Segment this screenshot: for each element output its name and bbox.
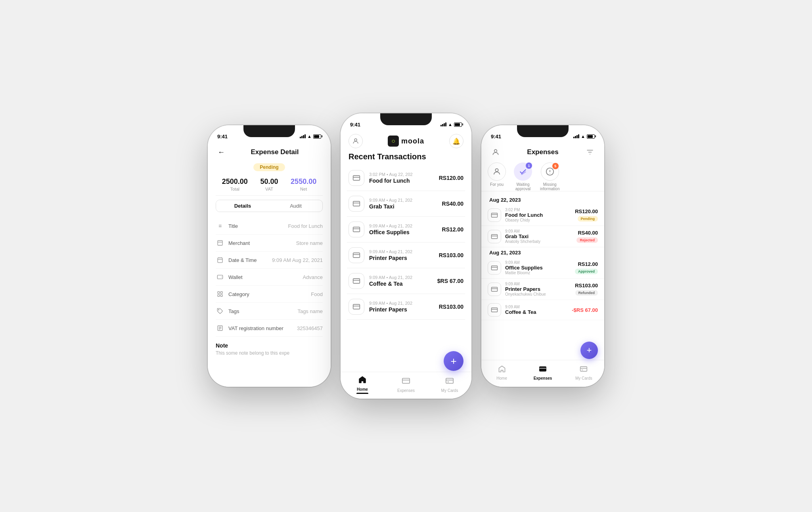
nav-mycards-center[interactable]: My Cards [428, 375, 471, 394]
nav-home-right[interactable]: Home [481, 363, 522, 382]
date-header-2: Aug 21, 2023 [481, 247, 604, 257]
note-label: Note [216, 342, 323, 349]
nav-expenses-center[interactable]: Expenses [384, 375, 428, 394]
add-transaction-button[interactable]: + [444, 351, 463, 371]
profile-icon-right[interactable] [489, 146, 502, 159]
expense-item-5[interactable]: 9:09 AM Coffee & Tea -$RS 67.00 [481, 300, 604, 320]
transaction-item-2[interactable]: 9:09 AM • Aug 21, 202 Grab Taxi RS40.00 [347, 191, 465, 217]
avatar-button[interactable] [349, 134, 363, 148]
battery-icon-center [454, 122, 462, 127]
expense-item-4[interactable]: 9:09 AM Printer Papers Onyekachukwu Chib… [481, 279, 604, 300]
expense-name-4: Printer Papers [505, 286, 571, 292]
left-screen-content: ← Expense Detail Pending 2500.00 Total 5… [208, 143, 331, 387]
transaction-item-6[interactable]: 9:09 AM • Aug 21, 202 Printer Papers RS1… [347, 294, 465, 320]
svg-rect-22 [492, 234, 498, 239]
tx-name-5: Coffee & Tea [369, 281, 433, 287]
title-value: Food for Lunch [288, 223, 323, 229]
tags-icon [216, 307, 224, 315]
nav-expenses-right[interactable]: Expenses [522, 363, 563, 382]
expense-item-3[interactable]: 9:09 AM Office Supplies Mattie Bloomz RS… [481, 257, 604, 279]
missing-label: Missinginformation [540, 182, 559, 191]
expense-info-2: 9:09 AM Grab Taxi Anatoliy Shcherbaty [505, 229, 573, 244]
transaction-item-3[interactable]: 9:09 AM • Aug 21, 202 Office Supplies RS… [347, 217, 465, 243]
category-value: Food [311, 291, 323, 297]
filter-tab-foryou[interactable]: For you [488, 162, 506, 191]
nav-home-center[interactable]: Home [341, 375, 384, 394]
nav-home-label-right: Home [496, 376, 507, 380]
left-phone: 9:41 ▲ ← Expense Detail Pending [208, 125, 331, 387]
bottom-nav-right: Home Expenses My Cards [481, 360, 604, 387]
field-tags: Tags Tags name [216, 303, 323, 320]
add-expense-button[interactable]: + [580, 342, 598, 359]
tx-info-1: 3:02 PM • Aug 22, 202 Food for Lunch [369, 172, 434, 184]
expense-right-3: RS12.00 Approved [575, 261, 598, 274]
expense-info-4: 9:09 AM Printer Papers Onyekachukwu Chib… [505, 282, 571, 296]
expense-item-1[interactable]: 3:02 PM Food for Lunch Obasey Chidy RS12… [481, 204, 604, 226]
transaction-item-1[interactable]: 3:02 PM • Aug 22, 202 Food for Lunch RS1… [347, 165, 465, 191]
expense-amount-5: -$RS 67.00 [572, 307, 598, 313]
expenses-title: Expenses [527, 148, 558, 156]
svg-rect-24 [492, 287, 498, 291]
pending-badge: Pending [253, 163, 285, 171]
missing-badge: 5 [552, 163, 559, 169]
mycards-icon-right [580, 365, 588, 375]
vat-reg-value: 325346457 [297, 325, 323, 331]
expense-right-1: RS120.00 Pending [575, 208, 598, 222]
detail-tabs: Details Audit [216, 200, 323, 212]
expense-info-5: 9:09 AM Coffee & Tea [505, 305, 568, 315]
battery-icon [313, 134, 321, 139]
net-amount: 2550.00 Net [291, 178, 316, 191]
net-label: Net [291, 187, 316, 191]
svg-rect-5 [218, 294, 220, 296]
nav-expenses-label-right: Expenses [534, 376, 552, 380]
detail-fields: ≡ Title Food for Lunch Merchant Store na… [216, 216, 323, 338]
tx-info-3: 9:09 AM • Aug 21, 202 Office Supplies [369, 224, 437, 235]
wifi-icon: ▲ [307, 134, 312, 139]
expense-status-2: Rejected [576, 237, 598, 243]
tab-audit[interactable]: Audit [269, 200, 322, 212]
tx-amount-2: RS40.00 [442, 201, 463, 207]
svg-rect-11 [353, 201, 360, 206]
field-category: Category Food [216, 286, 323, 303]
wallet-icon [216, 273, 224, 281]
tx-info-6: 9:09 AM • Aug 21, 202 Printer Papers [369, 301, 434, 313]
expense-icon-3 [488, 261, 501, 275]
svg-rect-15 [353, 304, 360, 309]
center-phone: 9:41 ▲ ○ moola 🔔 [341, 113, 471, 399]
tab-details[interactable]: Details [216, 200, 269, 212]
battery-icon-right [587, 134, 595, 139]
svg-rect-1 [218, 258, 222, 263]
expense-user-3: Mattie Bloomz [505, 271, 571, 275]
logo-icon: ○ [388, 136, 399, 147]
tx-amount-1: RS120.00 [439, 175, 463, 181]
filter-tab-missing[interactable]: 5 Missinginformation [540, 162, 559, 191]
expenses-icon [402, 376, 410, 387]
missing-icon: 5 [541, 162, 559, 181]
right-phone: 9:41 ▲ Expenses [481, 125, 604, 387]
filter-button[interactable] [584, 146, 596, 159]
tx-time-5: 9:09 AM • Aug 21, 202 [369, 275, 433, 280]
expense-name-5: Coffee & Tea [505, 309, 568, 315]
expense-amount-4: RS103.00 [575, 283, 598, 288]
total-value: 2500.00 [222, 178, 248, 186]
waiting-label: Waitingapproval [515, 182, 530, 191]
scene: 9:41 ▲ ← Expense Detail Pending [208, 38, 604, 474]
nav-mycards-right[interactable]: My Cards [563, 363, 604, 382]
filter-tab-waiting[interactable]: 1 Waitingapproval [514, 162, 532, 191]
merchant-value: Store name [296, 240, 323, 246]
title-label: Title [228, 223, 284, 229]
expense-status-4: Refunded [575, 290, 598, 296]
expense-item-2[interactable]: 9:09 AM Grab Taxi Anatoliy Shcherbaty RS… [481, 226, 604, 247]
tx-time-3: 9:09 AM • Aug 21, 202 [369, 224, 437, 228]
detail-title: Expense Detail [227, 148, 323, 156]
transactions-title: Recent Transactions [341, 152, 471, 165]
field-merchant: Merchant Store name [216, 235, 323, 252]
transaction-item-5[interactable]: 9:09 AM • Aug 21, 202 Coffee & Tea $RS 6… [347, 268, 465, 294]
notification-button[interactable]: 🔔 [449, 134, 463, 148]
back-button[interactable]: ← [216, 147, 227, 158]
transaction-item-4[interactable]: 9:09 AM • Aug 21, 202 Printer Papers RS1… [347, 243, 465, 268]
wallet-value: Advance [303, 274, 323, 280]
tags-label: Tags [228, 308, 293, 314]
tx-info-2: 9:09 AM • Aug 21, 202 Grab Taxi [369, 198, 437, 210]
expense-user-2: Anatoliy Shcherbaty [505, 239, 573, 244]
